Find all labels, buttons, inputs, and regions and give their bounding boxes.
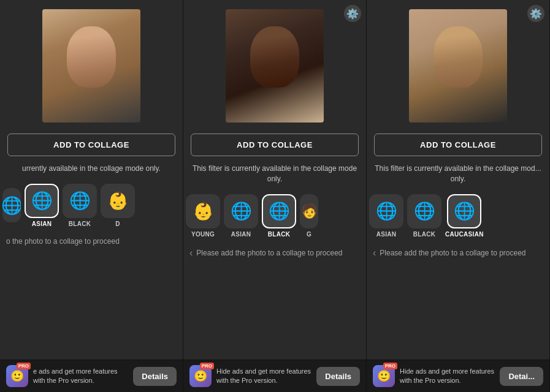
photo-area-3: ⚙️ <box>367 0 549 129</box>
face-silhouette-1 <box>67 26 116 88</box>
filter-label-young-2: YOUNG <box>191 231 215 238</box>
filter-label-black-2: BLACK <box>268 231 291 238</box>
proceed-bar-2: ‹ Please add the photo to a collage to p… <box>183 243 366 263</box>
pro-badge-2: PRO <box>200 363 214 369</box>
filter-icon-black-2: 🌐 <box>262 194 296 228</box>
filter-item-d-1[interactable]: 👶 D <box>101 184 135 227</box>
filter-item-asian-3[interactable]: 🌐 ASIAN <box>369 194 403 238</box>
filter-label-d-1: D <box>115 221 120 227</box>
filter-item-young-2[interactable]: 👶 YOUNG <box>186 194 220 238</box>
panel-1: ADD TO COLLAGE urrently available in the… <box>0 0 183 392</box>
photo-area-1 <box>0 0 183 129</box>
promo-icon-2: 🙂 PRO <box>189 365 212 387</box>
filter-label-asian-1: ASIAN <box>32 221 52 227</box>
promo-text-3: Hide ads and get more features with the … <box>400 367 495 386</box>
promo-bar-1: 🙂 PRO e ads and get more features with t… <box>0 360 183 392</box>
details-button-2[interactable]: Details <box>316 367 360 386</box>
details-button-3[interactable]: Detai... <box>500 367 543 386</box>
filter-icon-d-1: 👶 <box>101 184 135 218</box>
filter-icon-asian-2: 🌐 <box>224 194 258 228</box>
filter-row-3: 🌐 ASIAN 🌐 BLACK 🌐 CAUCASIAN <box>367 189 549 243</box>
filter-icon-black-1: 🌐 <box>63 184 97 218</box>
filter-icon-asian-3: 🌐 <box>369 194 403 228</box>
filter-icon-g-2: 🧑 <box>300 194 318 228</box>
filter-label-asian-2: ASIAN <box>231 231 251 238</box>
photo-area-2: ⚙️ <box>183 0 366 129</box>
filter-icon-asian-1: 🌐 <box>25 184 59 218</box>
add-to-collage-button-3[interactable]: ADD TO COLLAGE <box>374 134 542 156</box>
promo-bar-3: 🙂 PRO Hide ads and get more features wit… <box>367 360 549 392</box>
face-silhouette-2 <box>250 26 299 88</box>
details-button-1[interactable]: Details <box>133 367 177 386</box>
filter-label-black-1: BLACK <box>69 221 91 227</box>
gear-button-3[interactable]: ⚙️ <box>527 5 544 22</box>
filter-row-1: 🌐 🌐 ASIAN 🌐 BLACK 👶 D <box>0 179 183 232</box>
filter-description-2: This filter is currently available in th… <box>183 161 366 189</box>
pro-badge-3: PRO <box>383 363 397 369</box>
promo-icon-3: 🙂 PRO <box>373 365 395 387</box>
proceed-text-2: Please add the photo to a collage to pro… <box>196 249 342 257</box>
filter-item-black-1[interactable]: 🌐 BLACK <box>63 184 97 227</box>
filter-label-caucasian-3: CAUCASIAN <box>445 231 484 238</box>
promo-text-2: Hide ads and get more features with the … <box>216 367 311 386</box>
promo-app-icon-3: 🙂 <box>377 369 391 383</box>
promo-bar-2: 🙂 PRO Hide ads and get more features wit… <box>183 360 366 392</box>
filter-label-g-2: G <box>307 231 311 238</box>
face-photo-1 <box>42 9 140 123</box>
chevron-left-icon-3[interactable]: ‹ <box>373 247 376 258</box>
filter-icon-caucasian-3: 🌐 <box>447 194 481 228</box>
promo-app-icon-1: 🙂 <box>10 369 24 383</box>
filter-icon-young-2: 👶 <box>186 194 220 228</box>
add-to-collage-button-2[interactable]: ADD TO COLLAGE <box>191 134 359 156</box>
proceed-text-3: Please add the photo to a collage to pro… <box>380 249 525 257</box>
face-photo-2 <box>226 9 324 123</box>
filter-item-asian-1[interactable]: 🌐 ASIAN <box>25 184 59 227</box>
filter-item-partial-left-1[interactable]: 🌐 <box>2 188 21 222</box>
promo-app-icon-2: 🙂 <box>194 369 207 383</box>
filter-description-3: This filter is currently available in th… <box>367 161 549 189</box>
proceed-bar-3: ‹ Please add the photo to a collage to p… <box>367 243 549 263</box>
panel-3: ⚙️ ADD TO COLLAGE This filter is current… <box>367 0 550 392</box>
proceed-text-1: o the photo to a collage to proceed <box>6 237 120 246</box>
filter-item-caucasian-3[interactable]: 🌐 CAUCASIAN <box>445 194 484 238</box>
filter-item-black-3[interactable]: 🌐 BLACK <box>407 194 441 238</box>
promo-text-1: e ads and get more features with the Pro… <box>33 367 128 386</box>
filter-icon-black-3: 🌐 <box>407 194 441 228</box>
panel-2: ⚙️ ADD TO COLLAGE This filter is current… <box>183 0 367 392</box>
filter-row-2: 👶 YOUNG 🌐 ASIAN 🌐 BLACK 🧑 G <box>183 189 366 243</box>
filter-item-g-2[interactable]: 🧑 G <box>300 194 318 238</box>
proceed-bar-1: o the photo to a collage to proceed <box>0 232 183 251</box>
filter-item-asian-2[interactable]: 🌐 ASIAN <box>224 194 258 238</box>
add-to-collage-button-1[interactable]: ADD TO COLLAGE <box>7 134 175 156</box>
chevron-left-icon-2[interactable]: ‹ <box>189 247 193 258</box>
filter-label-asian-3: ASIAN <box>376 231 397 238</box>
promo-icon-1: 🙂 PRO <box>6 365 28 387</box>
filter-description-1: urrently available in the collage mode o… <box>0 161 183 179</box>
face-photo-3 <box>409 9 507 123</box>
face-silhouette-3 <box>434 26 483 88</box>
filter-item-black-2[interactable]: 🌐 BLACK <box>262 194 296 238</box>
pro-badge-1: PRO <box>17 363 31 369</box>
filter-icon-partial: 🌐 <box>2 188 21 222</box>
filter-label-black-3: BLACK <box>413 231 436 238</box>
gear-button-2[interactable]: ⚙️ <box>344 5 361 22</box>
